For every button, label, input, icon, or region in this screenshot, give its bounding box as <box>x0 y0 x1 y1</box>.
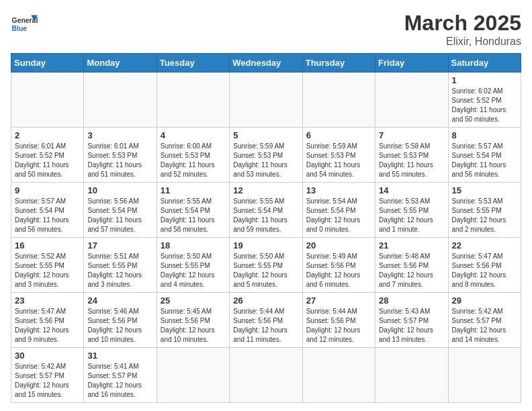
calendar-cell: 2Sunrise: 6:01 AM Sunset: 5:52 PM Daylig… <box>11 128 84 183</box>
logo: General Blue <box>11 11 38 38</box>
calendar-week-row: 30Sunrise: 5:42 AM Sunset: 5:57 PM Dayli… <box>11 348 521 403</box>
day-number: 21 <box>379 240 444 250</box>
calendar-cell <box>230 73 302 128</box>
calendar-cell <box>84 73 157 128</box>
calendar-cell <box>157 348 229 403</box>
weekday-header-thursday: Thursday <box>302 54 375 73</box>
calendar-week-row: 16Sunrise: 5:52 AM Sunset: 5:55 PM Dayli… <box>11 238 521 293</box>
day-number: 8 <box>452 130 517 140</box>
calendar-week-row: 2Sunrise: 6:01 AM Sunset: 5:52 PM Daylig… <box>11 128 521 183</box>
calendar-cell <box>375 73 448 128</box>
day-info: Sunrise: 5:49 AM Sunset: 5:56 PM Dayligh… <box>306 252 371 289</box>
day-number: 28 <box>379 295 444 306</box>
day-info: Sunrise: 5:52 AM Sunset: 5:55 PM Dayligh… <box>15 252 80 289</box>
day-info: Sunrise: 5:54 AM Sunset: 5:54 PM Dayligh… <box>306 197 371 234</box>
calendar-cell: 22Sunrise: 5:47 AM Sunset: 5:56 PM Dayli… <box>448 238 521 293</box>
day-info: Sunrise: 5:55 AM Sunset: 5:54 PM Dayligh… <box>161 197 226 234</box>
day-number: 15 <box>452 185 517 195</box>
calendar-cell: 5Sunrise: 5:59 AM Sunset: 5:53 PM Daylig… <box>230 128 302 183</box>
day-number: 1 <box>452 75 517 85</box>
day-number: 11 <box>161 185 226 195</box>
calendar-cell <box>448 348 521 403</box>
calendar-cell: 23Sunrise: 5:47 AM Sunset: 5:56 PM Dayli… <box>11 293 84 348</box>
calendar-cell: 9Sunrise: 5:57 AM Sunset: 5:54 PM Daylig… <box>11 183 84 238</box>
calendar-cell: 14Sunrise: 5:53 AM Sunset: 5:55 PM Dayli… <box>375 183 448 238</box>
calendar-cell: 18Sunrise: 5:50 AM Sunset: 5:55 PM Dayli… <box>157 238 229 293</box>
calendar-cell: 20Sunrise: 5:49 AM Sunset: 5:56 PM Dayli… <box>302 238 375 293</box>
day-info: Sunrise: 5:41 AM Sunset: 5:57 PM Dayligh… <box>87 362 152 400</box>
calendar-header: SundayMondayTuesdayWednesdayThursdayFrid… <box>11 54 521 73</box>
calendar-cell: 3Sunrise: 6:01 AM Sunset: 5:53 PM Daylig… <box>84 128 157 183</box>
day-number: 14 <box>379 185 444 195</box>
calendar-cell: 6Sunrise: 5:59 AM Sunset: 5:53 PM Daylig… <box>302 128 375 183</box>
calendar-table: SundayMondayTuesdayWednesdayThursdayFrid… <box>11 53 521 403</box>
calendar-cell: 8Sunrise: 5:57 AM Sunset: 5:54 PM Daylig… <box>448 128 521 183</box>
calendar-cell: 13Sunrise: 5:54 AM Sunset: 5:54 PM Dayli… <box>302 183 375 238</box>
day-info: Sunrise: 5:58 AM Sunset: 5:53 PM Dayligh… <box>379 142 444 179</box>
day-number: 31 <box>87 351 152 361</box>
calendar-cell: 4Sunrise: 6:00 AM Sunset: 5:53 PM Daylig… <box>157 128 229 183</box>
calendar-cell <box>11 73 84 128</box>
calendar-week-row: 1Sunrise: 6:02 AM Sunset: 5:52 PM Daylig… <box>11 73 521 128</box>
calendar-cell: 19Sunrise: 5:50 AM Sunset: 5:55 PM Dayli… <box>230 238 302 293</box>
calendar-cell: 10Sunrise: 5:56 AM Sunset: 5:54 PM Dayli… <box>84 183 157 238</box>
day-number: 7 <box>379 130 444 140</box>
calendar-cell: 21Sunrise: 5:48 AM Sunset: 5:56 PM Dayli… <box>375 238 448 293</box>
calendar-cell: 15Sunrise: 5:53 AM Sunset: 5:55 PM Dayli… <box>448 183 521 238</box>
calendar-cell <box>157 73 229 128</box>
day-number: 17 <box>87 240 152 250</box>
day-number: 4 <box>161 130 226 140</box>
day-info: Sunrise: 5:57 AM Sunset: 5:54 PM Dayligh… <box>15 197 80 234</box>
day-info: Sunrise: 6:00 AM Sunset: 5:53 PM Dayligh… <box>161 142 226 179</box>
logo-icon: General Blue <box>11 11 38 38</box>
svg-text:Blue: Blue <box>12 25 28 32</box>
calendar-cell: 28Sunrise: 5:43 AM Sunset: 5:57 PM Dayli… <box>375 293 448 348</box>
calendar-cell: 1Sunrise: 6:02 AM Sunset: 5:52 PM Daylig… <box>448 73 521 128</box>
day-info: Sunrise: 5:48 AM Sunset: 5:56 PM Dayligh… <box>379 252 444 289</box>
day-info: Sunrise: 5:57 AM Sunset: 5:54 PM Dayligh… <box>452 142 517 179</box>
day-info: Sunrise: 5:50 AM Sunset: 5:55 PM Dayligh… <box>233 252 298 289</box>
day-info: Sunrise: 5:53 AM Sunset: 5:55 PM Dayligh… <box>379 197 444 234</box>
day-info: Sunrise: 5:56 AM Sunset: 5:54 PM Dayligh… <box>87 197 152 234</box>
day-number: 10 <box>87 185 152 195</box>
day-info: Sunrise: 5:43 AM Sunset: 5:57 PM Dayligh… <box>379 307 444 345</box>
calendar-title: March 2025 <box>404 11 521 36</box>
page-header: General Blue March 2025 Elixir, Honduras <box>11 11 521 48</box>
day-number: 29 <box>452 295 517 306</box>
day-number: 3 <box>87 130 152 140</box>
calendar-cell: 27Sunrise: 5:44 AM Sunset: 5:56 PM Dayli… <box>302 293 375 348</box>
day-info: Sunrise: 5:51 AM Sunset: 5:55 PM Dayligh… <box>87 252 152 289</box>
day-info: Sunrise: 5:55 AM Sunset: 5:54 PM Dayligh… <box>233 197 298 234</box>
calendar-cell: 31Sunrise: 5:41 AM Sunset: 5:57 PM Dayli… <box>84 348 157 403</box>
calendar-cell: 16Sunrise: 5:52 AM Sunset: 5:55 PM Dayli… <box>11 238 84 293</box>
calendar-cell: 7Sunrise: 5:58 AM Sunset: 5:53 PM Daylig… <box>375 128 448 183</box>
calendar-week-row: 23Sunrise: 5:47 AM Sunset: 5:56 PM Dayli… <box>11 293 521 348</box>
weekday-header-saturday: Saturday <box>448 54 521 73</box>
day-number: 24 <box>87 295 152 306</box>
weekday-header-friday: Friday <box>375 54 448 73</box>
day-number: 30 <box>15 351 80 361</box>
day-info: Sunrise: 6:02 AM Sunset: 5:52 PM Dayligh… <box>452 87 517 124</box>
day-number: 23 <box>15 295 80 306</box>
day-number: 18 <box>161 240 226 250</box>
calendar-cell: 25Sunrise: 5:45 AM Sunset: 5:56 PM Dayli… <box>157 293 229 348</box>
day-number: 2 <box>15 130 80 140</box>
calendar-cell: 17Sunrise: 5:51 AM Sunset: 5:55 PM Dayli… <box>84 238 157 293</box>
day-info: Sunrise: 5:44 AM Sunset: 5:56 PM Dayligh… <box>233 307 298 345</box>
day-info: Sunrise: 5:47 AM Sunset: 5:56 PM Dayligh… <box>452 252 517 289</box>
day-number: 6 <box>306 130 371 140</box>
title-block: March 2025 Elixir, Honduras <box>404 11 521 48</box>
calendar-subtitle: Elixir, Honduras <box>404 36 521 48</box>
calendar-cell <box>302 73 375 128</box>
day-number: 12 <box>233 185 298 195</box>
day-number: 13 <box>306 185 371 195</box>
day-info: Sunrise: 6:01 AM Sunset: 5:52 PM Dayligh… <box>15 142 80 179</box>
day-number: 5 <box>233 130 298 140</box>
weekday-header-monday: Monday <box>84 54 157 73</box>
weekday-header-wednesday: Wednesday <box>230 54 302 73</box>
calendar-cell: 11Sunrise: 5:55 AM Sunset: 5:54 PM Dayli… <box>157 183 229 238</box>
day-info: Sunrise: 5:42 AM Sunset: 5:57 PM Dayligh… <box>15 362 80 400</box>
day-info: Sunrise: 5:53 AM Sunset: 5:55 PM Dayligh… <box>452 197 517 234</box>
calendar-cell: 26Sunrise: 5:44 AM Sunset: 5:56 PM Dayli… <box>230 293 302 348</box>
day-number: 22 <box>452 240 517 250</box>
